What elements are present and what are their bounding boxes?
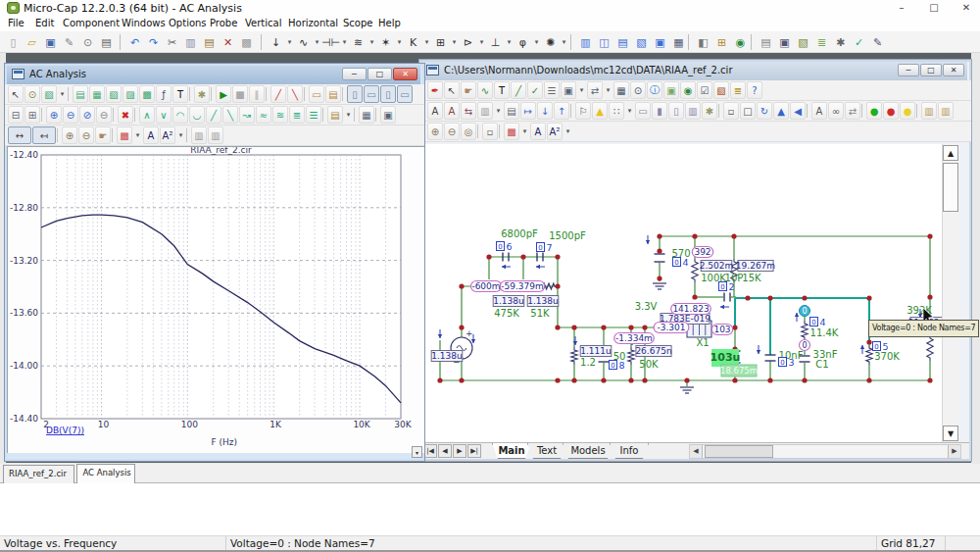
wrench-small-icon[interactable]: ✱ xyxy=(702,102,717,120)
slope-c-icon[interactable]: ↝ xyxy=(239,106,255,124)
document-tab-inactive[interactable]: RIAA_ref_2.cir xyxy=(3,465,74,483)
sheet-hscrollbar[interactable]: ◀▶ xyxy=(689,444,961,459)
tile-horizontal-icon[interactable]: ▤ xyxy=(613,33,632,51)
region-box3-icon[interactable]: ▩ xyxy=(139,85,155,103)
text-a2-icon[interactable]: A² xyxy=(160,126,175,144)
component-box-icon[interactable]: ▣ xyxy=(561,81,576,99)
step-up-icon[interactable]: ↑ xyxy=(554,102,569,120)
ac-plot[interactable]: -12.40-12.80-13.20-13.60-14.00-14.402101… xyxy=(8,147,425,462)
part-swap-icon[interactable]: ⇆ xyxy=(461,102,476,120)
table-icon-icon[interactable]: ▦ xyxy=(359,106,374,124)
inductor-part-icon[interactable]: ≋ xyxy=(349,33,368,51)
zoom-in-icon[interactable]: ⊕ xyxy=(62,126,77,144)
copy-picture-icon[interactable]: ▩ xyxy=(237,33,256,51)
wire-mode-icon[interactable]: ↓ xyxy=(267,33,285,51)
bus-tool-icon[interactable]: ☰ xyxy=(544,81,560,99)
dropdown-caret[interactable]: ▾ xyxy=(577,81,586,99)
plot-legend[interactable]: DB(V(7)) xyxy=(46,426,84,435)
sheet-tab-info[interactable]: Info xyxy=(610,443,649,459)
panel-white-icon[interactable]: ▭ xyxy=(309,85,324,103)
dependent-source-dropdown[interactable]: ▾ xyxy=(422,33,431,51)
sine-source-dropdown[interactable]: ▾ xyxy=(313,33,321,51)
copy-icon[interactable]: ▥ xyxy=(181,33,200,51)
phase-source-dropdown[interactable]: ▾ xyxy=(532,33,541,51)
delete-icon[interactable]: ✕ xyxy=(219,33,237,51)
sheet-tab-models[interactable]: Models xyxy=(563,443,613,459)
slope-b-icon[interactable]: ╲ xyxy=(222,106,238,124)
zoom-percent-icon[interactable]: ◎ xyxy=(461,123,476,140)
layers-a-icon[interactable]: ≣ xyxy=(289,106,305,124)
split-minus-icon[interactable]: ⊟ xyxy=(8,106,24,124)
text-plus-icon[interactable]: A xyxy=(444,102,460,120)
link-doc-icon[interactable]: ⇄ xyxy=(845,102,860,120)
schematic-canvas[interactable]: +−103u18.675m6800pF1500pF475K51K570100K1… xyxy=(421,144,944,442)
text-a-icon[interactable]: A xyxy=(530,123,546,140)
dropdown-caret[interactable]: ▾ xyxy=(344,106,353,124)
lamp-part-icon[interactable]: ✺ xyxy=(541,33,560,51)
overlap-windows-icon[interactable]: ▣ xyxy=(651,33,669,51)
doc-a-icon[interactable]: ▭ xyxy=(635,102,651,120)
pause-icon[interactable]: ∥ xyxy=(249,85,265,103)
text-tool-icon[interactable]: T xyxy=(172,85,188,103)
transformer-part-icon[interactable]: ⊞ xyxy=(431,33,450,51)
select-arrow-icon[interactable]: ↖ xyxy=(8,85,24,103)
print-icon[interactable]: ▤ xyxy=(97,33,116,51)
copy-gray-icon[interactable]: ▥ xyxy=(477,102,493,120)
split-plus-icon[interactable]: ⊞ xyxy=(24,106,40,124)
schematic-vscrollbar[interactable]: ▲▼ xyxy=(942,144,958,442)
ground-part-icon[interactable]: ⊥ xyxy=(486,33,505,51)
scroll-thumb[interactable] xyxy=(943,163,958,212)
panel-white2-icon[interactable]: ▤ xyxy=(325,85,341,103)
ball-yellow-icon[interactable]: ● xyxy=(900,102,915,120)
mirror-h-icon[interactable]: ◀ xyxy=(790,102,806,120)
pane-4-icon[interactable]: ▭ xyxy=(397,85,413,103)
hscroll-right-arrow[interactable]: ▶ xyxy=(948,445,960,458)
maximize-button[interactable]: □ xyxy=(919,0,949,16)
find-a-icon[interactable]: A xyxy=(811,102,827,120)
stop-icon[interactable]: ■ xyxy=(232,85,248,103)
zoom-hand-icon[interactable]: ☛ xyxy=(95,126,111,144)
selected-part-highlight[interactable]: 103u18.675m xyxy=(710,349,758,376)
grid-dots-icon[interactable]: ∷ xyxy=(609,102,624,120)
globe-green-icon[interactable]: ◉ xyxy=(680,81,696,99)
scroll-up-arrow[interactable]: ▲ xyxy=(943,145,958,161)
clock-icon[interactable]: ⊙ xyxy=(24,85,40,103)
edit-file-icon[interactable]: ✎ xyxy=(60,33,78,51)
doc-c-icon[interactable]: ▯ xyxy=(668,102,684,120)
link-gray-icon[interactable]: ▥ xyxy=(191,126,207,144)
dropdown-caret[interactable]: ▾ xyxy=(625,102,634,120)
globe-chart-icon[interactable]: ◉ xyxy=(731,33,750,51)
slope-d-icon[interactable]: ≈ xyxy=(256,106,271,124)
split-window-icon[interactable]: ◧ xyxy=(694,33,712,51)
redo-icon[interactable]: ↷ xyxy=(144,33,163,51)
flag-tool-icon[interactable]: ⚐ xyxy=(575,102,591,120)
print-preview-icon[interactable]: ⊙ xyxy=(78,33,97,51)
capacitor-part-icon[interactable]: ⊣⊢ xyxy=(321,33,340,51)
wire-diag-icon[interactable]: ╱ xyxy=(511,81,526,99)
check-wire-icon[interactable]: ✓ xyxy=(527,81,543,99)
chart-add-icon[interactable]: ⊞ xyxy=(712,33,731,51)
sine-source-icon[interactable]: ∿ xyxy=(294,33,313,51)
part-box-icon[interactable]: ▤ xyxy=(504,102,519,120)
arrange-icons-icon[interactable]: ▧ xyxy=(632,33,651,51)
sheet-nav-prev[interactable]: ◀ xyxy=(438,444,452,458)
search-part-icon[interactable]: ⊙ xyxy=(630,81,646,99)
region-box-icon[interactable]: ▧ xyxy=(106,85,122,103)
slope-e-icon[interactable]: ≋ xyxy=(272,106,288,124)
capacitor-part-dropdown[interactable]: ▾ xyxy=(340,33,349,51)
hscroll-thumb[interactable] xyxy=(705,445,773,458)
paste-icon[interactable]: ▤ xyxy=(200,33,219,51)
resistor-part-dropdown[interactable]: ▾ xyxy=(395,33,404,51)
clipboard-icon[interactable]: ▤ xyxy=(327,106,343,124)
ac-window-close-button[interactable]: ✕ xyxy=(393,68,417,80)
document-tab-active[interactable]: AC Analysis xyxy=(76,464,135,483)
text-tool-icon[interactable]: T xyxy=(494,81,510,99)
zoom-out-circle-icon[interactable]: ⊖ xyxy=(63,106,78,124)
box-white-icon[interactable]: □ xyxy=(740,102,756,120)
plot-scroll-corner-button[interactable]: ▾ xyxy=(412,446,422,458)
zoom-out-icon[interactable]: ⊖ xyxy=(78,126,94,144)
cut-icon[interactable]: ✂ xyxy=(163,33,181,51)
panel-toggle-icon[interactable]: ▤ xyxy=(757,33,775,51)
hscroll-left-arrow[interactable]: ◀ xyxy=(690,445,703,458)
text-a-icon[interactable]: A xyxy=(143,126,159,144)
